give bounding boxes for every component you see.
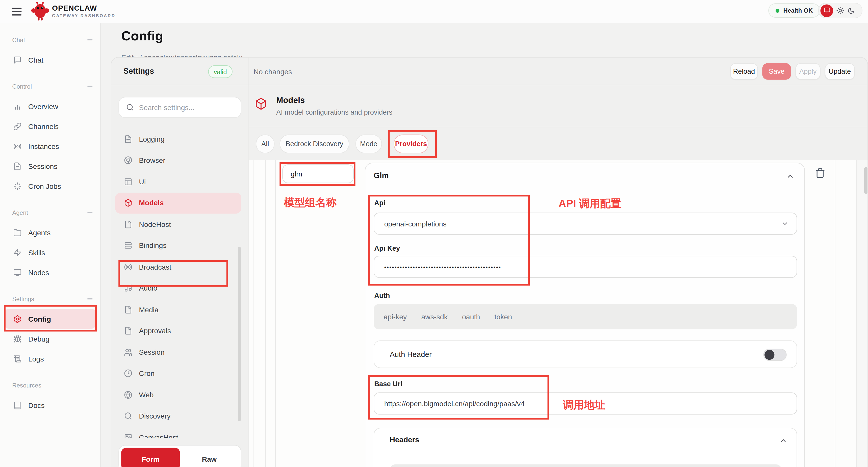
filter-chip-all[interactable]: All bbox=[256, 134, 275, 154]
settings-item-ui[interactable]: Ui bbox=[115, 171, 241, 192]
globe-icon bbox=[124, 391, 132, 399]
filter-chip-providers[interactable]: Providers bbox=[394, 134, 429, 154]
layout-icon bbox=[124, 178, 132, 186]
filter-chip-mode[interactable]: Mode bbox=[355, 134, 382, 154]
collapse-icon[interactable] bbox=[87, 212, 92, 213]
settings-item-bindings[interactable]: Bindings bbox=[115, 235, 241, 256]
auth-label: Auth bbox=[374, 292, 390, 300]
auth-option-oauth[interactable]: oauth bbox=[462, 312, 480, 321]
file-icon bbox=[124, 326, 132, 335]
right-gutter bbox=[857, 160, 868, 467]
settings-search-input[interactable] bbox=[139, 103, 227, 112]
apply-button[interactable]: Apply bbox=[796, 63, 820, 80]
sidebar-item-config[interactable]: Config bbox=[4, 309, 96, 329]
menu-icon[interactable] bbox=[11, 6, 24, 17]
settings-item-logging[interactable]: Logging bbox=[115, 128, 241, 150]
trash-icon[interactable] bbox=[815, 167, 826, 178]
message-square-icon bbox=[13, 56, 22, 64]
provider-key-input[interactable] bbox=[282, 164, 354, 183]
chevron-down-icon bbox=[781, 220, 789, 227]
page-content: Config Edit ~/.openclaw/openclaw.json sa… bbox=[101, 23, 868, 467]
image-icon bbox=[124, 433, 132, 438]
chevron-up-icon[interactable] bbox=[786, 172, 794, 181]
settings-item-discovery[interactable]: Discovery bbox=[115, 405, 241, 427]
update-button[interactable]: Update bbox=[825, 63, 855, 80]
models-section-title: Models bbox=[276, 95, 305, 104]
settings-item-broadcast[interactable]: Broadcast bbox=[115, 256, 241, 277]
sidebar-item-instances[interactable]: Instances bbox=[4, 136, 96, 156]
gear-icon bbox=[13, 314, 22, 323]
music-icon bbox=[124, 284, 132, 292]
auth-option-token[interactable]: token bbox=[494, 312, 512, 321]
sidebar-item-logs[interactable]: Logs bbox=[4, 349, 96, 369]
sidebar-item-sessions[interactable]: Sessions bbox=[4, 156, 96, 176]
auth-header-row: Auth Header bbox=[374, 340, 797, 368]
settings-item-media[interactable]: Media bbox=[115, 299, 241, 320]
settings-scrollbar[interactable] bbox=[238, 247, 241, 421]
search-icon bbox=[126, 103, 134, 111]
file-icon bbox=[124, 306, 132, 314]
theme-light-button[interactable] bbox=[836, 6, 844, 14]
scroll-icon bbox=[13, 354, 22, 363]
settings-item-web[interactable]: Web bbox=[115, 384, 241, 405]
sidebar-item-cron-jobs[interactable]: Cron Jobs bbox=[4, 176, 96, 196]
changes-status: No changes bbox=[253, 67, 292, 76]
browser-icon bbox=[124, 156, 132, 164]
loader-icon bbox=[13, 182, 22, 190]
settings-item-approvals[interactable]: Approvals bbox=[115, 320, 241, 341]
models-divider bbox=[249, 127, 868, 127]
annotation-group-name: 模型组名称 bbox=[284, 195, 337, 210]
monitor-icon bbox=[823, 7, 830, 14]
reload-button[interactable]: Reload bbox=[730, 63, 758, 80]
config-editor-panel: Settings valid No changes Reload Save Ap… bbox=[111, 57, 868, 467]
users-icon bbox=[124, 348, 132, 356]
collapse-icon[interactable] bbox=[87, 39, 92, 40]
sidebar-item-overview[interactable]: Overview bbox=[4, 96, 96, 116]
auth-header-label: Auth Header bbox=[390, 350, 432, 359]
sidebar-item-nodes[interactable]: Nodes bbox=[4, 262, 96, 282]
radio-icon bbox=[13, 142, 22, 150]
sidebar-item-skills[interactable]: Skills bbox=[4, 242, 96, 262]
sidebar-item-debug[interactable]: Debug bbox=[4, 329, 96, 349]
sun-icon bbox=[836, 6, 844, 14]
auth-option-api-key[interactable]: api-key bbox=[383, 312, 407, 321]
monitor-icon bbox=[13, 268, 22, 276]
auth-option-aws-sdk[interactable]: aws-sdk bbox=[421, 312, 447, 321]
radio-icon bbox=[124, 263, 132, 271]
collapse-icon[interactable] bbox=[87, 299, 92, 299]
chevron-up-icon[interactable] bbox=[779, 437, 787, 444]
save-button[interactable]: Save bbox=[762, 63, 791, 80]
app-header: OPENCLAW GATEWAY DASHBOARD Health OK bbox=[0, 0, 868, 23]
settings-item-models[interactable]: Models bbox=[115, 192, 241, 214]
settings-item-canvashost[interactable]: CanvasHost bbox=[115, 427, 241, 438]
sidebar-item-chat[interactable]: Chat bbox=[4, 50, 96, 70]
file-icon bbox=[124, 220, 132, 228]
search-icon bbox=[124, 412, 132, 420]
api-key-input[interactable] bbox=[374, 256, 797, 278]
settings-item-session[interactable]: Session bbox=[115, 342, 241, 363]
brand-tagline: GATEWAY DASHBOARD bbox=[52, 13, 115, 19]
auth-header-toggle[interactable] bbox=[764, 349, 787, 361]
settings-item-cron[interactable]: Cron bbox=[115, 363, 241, 384]
settings-item-audio[interactable]: Audio bbox=[115, 278, 241, 299]
file-text-icon bbox=[124, 135, 132, 143]
headers-card: Headers bbox=[374, 428, 797, 467]
settings-item-nodehost[interactable]: NodeHost bbox=[115, 214, 241, 235]
sidebar-item-docs[interactable]: Docs bbox=[4, 395, 96, 415]
collapse-icon[interactable] bbox=[87, 86, 92, 87]
page-scrollbar[interactable] bbox=[864, 167, 868, 194]
api-key-label: Api Key bbox=[374, 245, 400, 252]
filter-chip-bedrock-discovery[interactable]: Bedrock Discovery bbox=[279, 134, 349, 154]
sidebar-item-agents[interactable]: Agents bbox=[4, 222, 96, 242]
api-select[interactable]: openai-completions bbox=[374, 213, 797, 235]
base-url-label: Base Url bbox=[374, 380, 402, 388]
rows-icon bbox=[124, 242, 132, 250]
theme-dark-button[interactable] bbox=[847, 7, 855, 14]
theme-system-button[interactable] bbox=[820, 4, 833, 17]
raw-view-button[interactable]: Raw bbox=[180, 448, 239, 467]
main-sidebar: Chat Chat Control Overview Channels Inst… bbox=[0, 23, 101, 467]
models-section-subtitle: AI model configurations and providers bbox=[276, 108, 392, 116]
form-view-button[interactable]: Form bbox=[121, 448, 180, 467]
sidebar-item-channels[interactable]: Channels bbox=[4, 116, 96, 136]
settings-item-browser[interactable]: Browser bbox=[115, 150, 241, 171]
